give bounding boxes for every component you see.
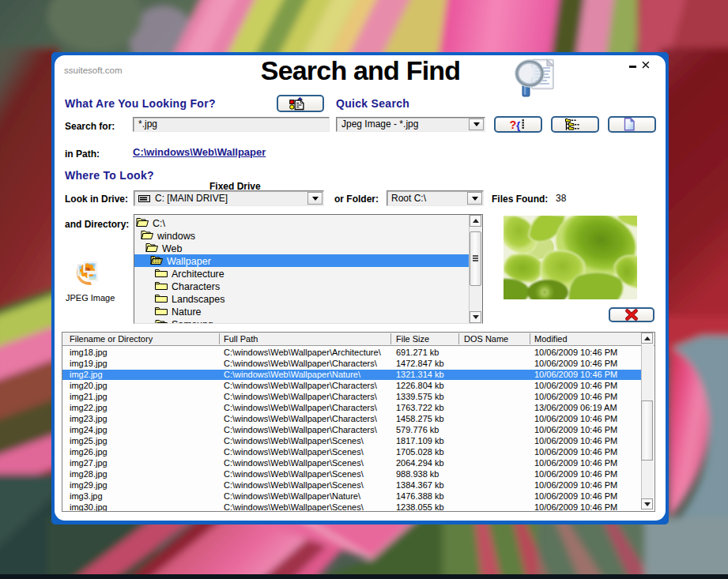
svg-text:{: { — [516, 119, 520, 131]
